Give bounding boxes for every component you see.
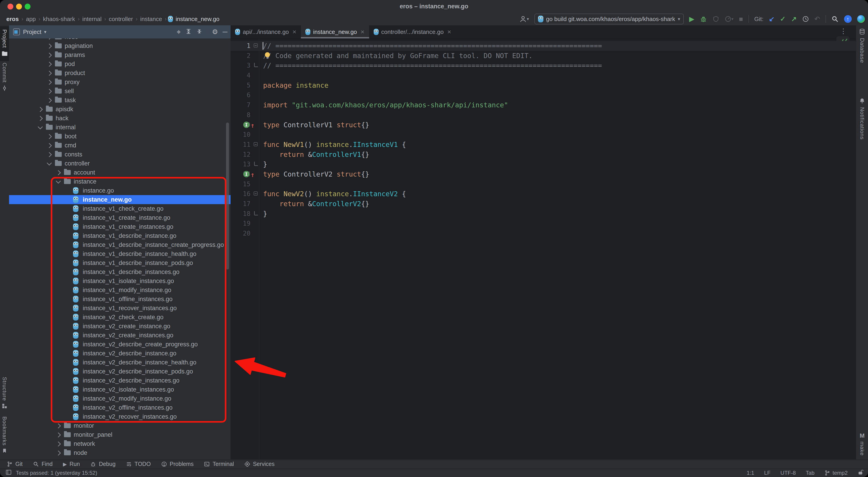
tree-folder-row[interactable]: cmd	[9, 141, 230, 150]
tree-file-row[interactable]: instance_v2_isolate_instances.go	[9, 385, 230, 394]
tree-folder-row[interactable]: task	[9, 96, 230, 105]
line-number[interactable]: 12	[230, 150, 250, 159]
tree-file-row[interactable]: instance_v1_create_instances.go	[9, 222, 230, 231]
line-number[interactable]: 8	[230, 110, 250, 120]
line-number[interactable]: 20	[230, 229, 250, 239]
indent-style[interactable]: Tab	[806, 470, 815, 476]
editor-tab[interactable]: controller/.../instance.go×	[369, 25, 456, 38]
close-icon[interactable]: ×	[361, 28, 365, 36]
line-separator[interactable]: LF	[764, 470, 771, 476]
line-number[interactable]: 19	[230, 218, 250, 229]
tree-folder-row[interactable]: hack	[9, 114, 230, 123]
editor-tab[interactable]: api/.../instance.go×	[230, 25, 301, 38]
line-number[interactable]: 17	[230, 199, 250, 209]
tool-window-button-find[interactable]: Find	[33, 461, 53, 467]
search-everywhere-icon[interactable]	[831, 16, 839, 23]
project-tree[interactable]: nodepaginationparamspodproductproxysellt…	[9, 38, 230, 459]
tree-file-row[interactable]: instance_v2_create_instances.go	[9, 331, 230, 340]
git-update-icon[interactable]: ↙	[769, 16, 774, 22]
tree-chevron-icon[interactable]	[38, 124, 43, 129]
unlock-icon[interactable]	[858, 469, 864, 477]
tree-folder-row[interactable]: pagination	[9, 41, 230, 51]
navigate-up-arrow-icon[interactable]: ↑	[250, 170, 254, 180]
tree-folder-row[interactable]: pod	[9, 59, 230, 68]
tree-chevron-icon[interactable]	[47, 143, 52, 148]
tree-folder-row[interactable]: params	[9, 51, 230, 59]
tree-file-row[interactable]: instance_v1_describe_instance_create_pro…	[9, 240, 230, 249]
file-encoding[interactable]: UTF-8	[780, 470, 796, 476]
line-number[interactable]: 5	[230, 81, 250, 90]
tree-file-row[interactable]: instance_v1_offline_instances.go	[9, 295, 230, 304]
tree-chevron-icon[interactable]	[47, 134, 52, 139]
implemented-interface-icon[interactable]: I	[243, 122, 250, 128]
editor-tab-active[interactable]: instance_new.go×	[301, 25, 369, 38]
git-branch-widget[interactable]: temp2	[825, 470, 848, 476]
tree-file-row[interactable]: instance_v1_create_instance.go	[9, 213, 230, 222]
ide-update-badge-icon[interactable]: ↑	[844, 15, 852, 23]
tree-scrollbar-thumb[interactable]	[226, 122, 229, 269]
breadcrumb-item[interactable]: instance	[139, 16, 163, 23]
layout-panel-icon[interactable]	[5, 469, 12, 477]
profiler-button[interactable]: ▾	[725, 16, 734, 22]
tree-file-row[interactable]: instance_v1_recover_instances.go	[9, 304, 230, 312]
tree-file-row[interactable]: instance_new.go	[9, 195, 230, 204]
tree-chevron-icon[interactable]	[56, 433, 61, 438]
user-account-icon[interactable]: ▾	[519, 15, 529, 23]
stop-button[interactable]: ■	[739, 16, 743, 22]
tree-folder-row[interactable]: sell	[9, 87, 230, 96]
fold-end-icon[interactable]	[254, 211, 258, 215]
tree-chevron-icon[interactable]	[56, 179, 61, 184]
line-number[interactable]: 18	[230, 209, 250, 219]
tool-window-button-debug[interactable]: Debug	[90, 461, 116, 467]
tree-file-row[interactable]: instance_v2_describe_instance_pods.go	[9, 367, 230, 376]
line-number[interactable]: 7	[230, 100, 250, 110]
line-number[interactable]: 6	[230, 90, 250, 100]
editor-area[interactable]: api/.../instance.go×instance_new.go×cont…	[230, 25, 856, 459]
tree-file-row[interactable]: instance_v2_recover_instances.go	[9, 412, 230, 421]
tree-file-row[interactable]: instance_v1_check_create.go	[9, 204, 230, 213]
tree-chevron-icon[interactable]	[47, 89, 52, 94]
breadcrumb-item[interactable]: eros	[5, 16, 20, 23]
tool-window-button-todo[interactable]: TODO	[126, 461, 151, 467]
locate-file-icon[interactable]: ⌖	[177, 28, 181, 35]
tree-chevron-icon[interactable]	[56, 451, 61, 456]
tree-file-row[interactable]: instance_v2_describe_instances.go	[9, 376, 230, 385]
tree-file-row[interactable]: instance.go	[9, 186, 230, 195]
tree-chevron-icon[interactable]	[56, 442, 61, 447]
tree-folder-row[interactable]: monitor_panel	[9, 430, 230, 439]
tree-file-row[interactable]: instance_v1_describe_instance.go	[9, 231, 230, 240]
line-number[interactable]: 3	[230, 61, 250, 70]
tree-file-row[interactable]: instance_v2_create_instance.go	[9, 322, 230, 331]
run-button[interactable]: ▶	[689, 16, 694, 22]
status-message[interactable]: Tests passed: 1 (yesterday 15:52)	[16, 470, 97, 476]
debug-button[interactable]	[700, 16, 707, 23]
tree-file-row[interactable]: instance_v1_describe_instance_health.go	[9, 249, 230, 259]
tree-file-row[interactable]: instance_v2_offline_instances.go	[9, 403, 230, 412]
tree-file-row[interactable]: instance_v2_describe_instance.go	[9, 349, 230, 358]
tree-file-row[interactable]: instance_v1_describe_instance_pods.go	[9, 259, 230, 267]
line-number[interactable]: 4	[230, 70, 250, 81]
line-number[interactable]: 13	[230, 159, 250, 169]
git-push-icon[interactable]: ↗	[791, 16, 797, 22]
tree-chevron-icon[interactable]	[47, 53, 52, 58]
tree-file-row[interactable]: instance_v1_isolate_instances.go	[9, 276, 230, 286]
tree-folder-row[interactable]: network	[9, 439, 230, 448]
tree-folder-row[interactable]: proxy	[9, 78, 230, 87]
tree-folder-row[interactable]: monitor	[9, 421, 230, 430]
tool-window-button-git[interactable]: Git	[7, 461, 23, 467]
tree-folder-row[interactable]: node	[9, 448, 230, 457]
tree-file-row[interactable]: instance_v2_check_create.go	[9, 312, 230, 322]
tool-stripe-item-notifications[interactable]: Notifications	[856, 98, 868, 140]
breadcrumb-item[interactable]: controller	[107, 16, 134, 23]
git-history-icon[interactable]	[802, 16, 809, 22]
breadcrumb-item[interactable]: khaos-shark	[41, 16, 76, 23]
chevron-down-icon[interactable]: ▾	[44, 29, 46, 35]
tree-chevron-icon[interactable]	[47, 152, 52, 157]
tool-stripe-item-database[interactable]: Database	[856, 28, 868, 63]
hide-panel-icon[interactable]: ─	[223, 28, 227, 35]
tree-folder-row[interactable]: internal	[9, 123, 230, 132]
line-number[interactable]: 2	[230, 51, 250, 61]
code-with-me-sphere-icon[interactable]	[857, 15, 865, 23]
tree-folder-row[interactable]: apisdk	[9, 105, 230, 114]
line-number[interactable]: 16	[230, 189, 250, 199]
